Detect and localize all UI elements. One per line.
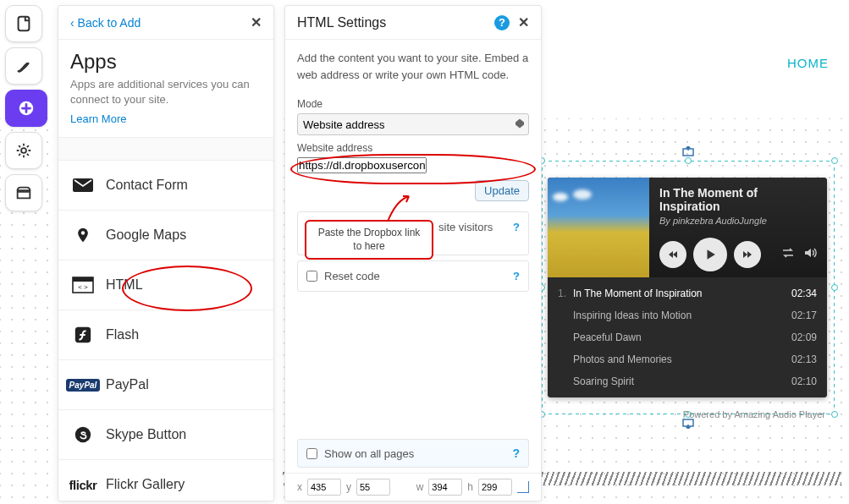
show-label: Show on all pages — [324, 447, 414, 460]
track-byline: By pinkzebra AudioJungle — [659, 216, 817, 226]
pin-icon — [72, 226, 94, 244]
track-row[interactable]: Photos and Memories02:13 — [548, 348, 827, 370]
help-icon[interactable]: ? — [512, 446, 520, 460]
apps-separator — [58, 137, 273, 161]
svg-rect-0 — [19, 17, 30, 31]
resize-handle[interactable] — [831, 157, 838, 164]
envelope-icon — [72, 176, 94, 194]
add-below-icon[interactable] — [681, 418, 695, 430]
flickr-icon: flickr — [72, 475, 94, 494]
settings-description: Add the content you want to your site. E… — [285, 40, 541, 93]
track-list: 1.In The Moment of Inspiration02:34 Insp… — [548, 277, 827, 397]
mode-label: Mode — [285, 93, 541, 112]
tool-add[interactable] — [5, 90, 47, 127]
app-label: Contact Form — [106, 178, 188, 193]
help-icon[interactable]: ? — [513, 270, 520, 282]
audio-player: In The Moment of Inspiration By pinkzebr… — [548, 178, 827, 397]
resize-handle[interactable] — [685, 157, 692, 164]
html-icon: < > — [72, 276, 94, 294]
help-icon[interactable]: ? — [494, 15, 510, 30]
app-label: PayPal — [106, 377, 149, 392]
svg-text:< >: < > — [78, 283, 88, 291]
chevron-left-icon: ‹ — [70, 16, 78, 30]
reset-label: Reset code — [324, 270, 380, 282]
app-html[interactable]: < > HTML — [58, 260, 273, 310]
app-paypal[interactable]: PayPal PayPal — [58, 360, 273, 410]
svg-rect-6 — [73, 277, 93, 282]
prev-button[interactable] — [659, 241, 686, 268]
address-input[interactable] — [297, 157, 427, 173]
tool-pages[interactable] — [5, 5, 42, 42]
show-all-pages-row[interactable]: Show on all pages ? — [297, 439, 529, 468]
update-button[interactable]: Update — [475, 180, 529, 201]
nav-home[interactable]: HOME — [787, 56, 829, 70]
svg-point-2 — [21, 148, 26, 153]
settings-title: HTML Settings — [297, 15, 386, 30]
tool-settings[interactable] — [5, 132, 42, 169]
callout-arrow-icon — [379, 196, 413, 223]
close-icon[interactable]: ✕ — [251, 14, 262, 30]
track-row[interactable]: 1.In The Moment of Inspiration02:34 — [548, 282, 827, 304]
address-label: Website address — [285, 137, 541, 156]
coord-h[interactable] — [478, 479, 512, 496]
app-label: Flickr Gallery — [106, 477, 185, 492]
close-icon[interactable]: ✕ — [518, 14, 529, 30]
album-art — [548, 178, 649, 277]
help-icon[interactable]: ? — [513, 221, 520, 233]
track-title: In The Moment of Inspiration — [659, 186, 817, 213]
coord-x[interactable] — [307, 479, 341, 496]
left-toolbar — [5, 5, 47, 211]
volume-icon[interactable] — [803, 247, 817, 262]
skype-icon — [72, 425, 94, 444]
resize-handle[interactable] — [831, 284, 838, 291]
coord-w[interactable] — [428, 479, 462, 496]
coords-bar: x y w h — [285, 473, 541, 501]
reset-checkbox[interactable] — [306, 271, 317, 282]
learn-more-link[interactable]: Learn More — [58, 109, 273, 137]
apps-title: Apps — [58, 40, 273, 75]
app-label: Skype Button — [106, 427, 186, 442]
paypal-icon: PayPal — [72, 375, 94, 394]
show-checkbox[interactable] — [306, 448, 317, 459]
apps-list: Contact Form Google Maps < > HTML Flash … — [58, 161, 273, 501]
tool-market[interactable] — [5, 174, 42, 211]
flash-icon — [72, 326, 94, 344]
back-to-add-link[interactable]: ‹ Back to Add — [70, 16, 141, 30]
resize-icon[interactable] — [517, 481, 529, 493]
app-skype[interactable]: Skype Button — [58, 410, 273, 460]
mode-select[interactable]: Website address — [297, 113, 529, 135]
track-row[interactable]: Soaring Spirit02:10 — [548, 370, 827, 392]
app-flash[interactable]: Flash — [58, 310, 273, 360]
app-label: Flash — [106, 327, 139, 342]
app-label: Google Maps — [106, 227, 186, 243]
app-flickr[interactable]: flickr Flickr Gallery — [58, 460, 273, 501]
tool-design[interactable] — [5, 47, 42, 85]
reset-code-row[interactable]: Reset code ? — [297, 260, 529, 292]
app-contact-form[interactable]: Contact Form — [58, 161, 273, 211]
play-button[interactable] — [693, 238, 727, 271]
track-row[interactable]: Peaceful Dawn02:09 — [548, 326, 827, 348]
track-row[interactable]: Inspiring Ideas into Motion02:17 — [548, 304, 827, 326]
app-label: HTML — [106, 277, 143, 293]
apps-subtitle: Apps are additional services you can con… — [58, 75, 273, 109]
callout-text: Paste the Dropbox link to here — [305, 220, 433, 260]
add-above-icon[interactable] — [681, 145, 695, 157]
resize-handle[interactable] — [831, 411, 838, 418]
next-button[interactable] — [734, 241, 761, 268]
apps-panel: ‹ Back to Add ✕ Apps Apps are additional… — [58, 5, 274, 501]
annotation-callout: Paste the Dropbox link to here — [305, 220, 433, 260]
coord-y[interactable] — [356, 479, 390, 496]
svg-point-4 — [81, 232, 85, 235]
app-google-maps[interactable]: Google Maps — [58, 211, 273, 260]
repeat-icon[interactable] — [781, 247, 795, 262]
player-credit: Powered by Amazing Audio Player — [548, 409, 827, 419]
